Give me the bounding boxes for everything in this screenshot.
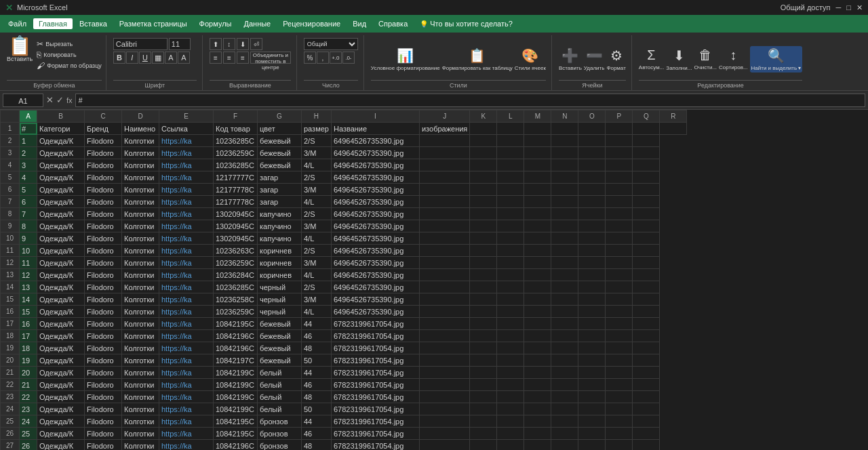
cell-c24[interactable]: Filodoro — [85, 403, 122, 415]
fill-button[interactable]: ⬇ Заполни... — [666, 47, 692, 71]
cell-empty[interactable] — [606, 208, 633, 220]
cell-a6[interactable]: 5 — [20, 184, 37, 196]
cell-g6[interactable]: загар — [258, 184, 302, 196]
cell-empty[interactable] — [470, 367, 497, 379]
cell-f20[interactable]: 10842197С — [214, 354, 258, 367]
cell-h16[interactable]: 4/L — [302, 306, 332, 318]
cell-o1[interactable] — [578, 123, 606, 135]
cancel-formula-icon[interactable]: ✕ — [46, 95, 54, 105]
cell-empty[interactable] — [633, 428, 660, 440]
cell-empty[interactable] — [551, 318, 578, 330]
cell-empty[interactable] — [497, 171, 524, 184]
cell-a24[interactable]: 23 — [20, 403, 37, 415]
cell-empty[interactable] — [524, 293, 551, 306]
cell-c2[interactable]: Filodoro — [85, 135, 122, 147]
col-header-n[interactable]: N — [551, 110, 578, 123]
cell-e2[interactable]: https://ka — [159, 135, 214, 147]
cell-e7[interactable]: https://ka — [159, 196, 214, 208]
cell-empty[interactable] — [633, 245, 660, 257]
align-middle-button[interactable]: ↕ — [223, 38, 235, 50]
cell-n1[interactable] — [551, 123, 578, 135]
cell-d19[interactable]: Колготки — [122, 342, 159, 354]
cell-empty[interactable] — [419, 428, 469, 440]
cell-b16[interactable]: Одежда/К — [37, 306, 85, 318]
cell-i4[interactable]: 64964526735390.jpg — [331, 159, 419, 171]
cell-i7[interactable]: 64964526735390.jpg — [331, 196, 419, 208]
cell-empty[interactable] — [633, 330, 660, 342]
cell-empty[interactable] — [606, 440, 633, 451]
cell-empty[interactable] — [633, 159, 660, 171]
cell-d14[interactable]: Колготки — [122, 281, 159, 293]
cell-f9[interactable]: 13020945С — [214, 220, 258, 232]
copy-button[interactable]: ⎘ Копировать — [37, 50, 102, 60]
cell-i19[interactable]: 67823199617054.jpg — [331, 342, 419, 354]
cell-a21[interactable]: 20 — [20, 367, 37, 379]
cell-c16[interactable]: Filodoro — [85, 306, 122, 318]
cell-empty[interactable] — [606, 232, 633, 245]
cell-f25[interactable]: 10842195С — [214, 415, 258, 428]
cell-empty[interactable] — [419, 281, 469, 293]
cell-empty[interactable] — [524, 440, 551, 451]
cell-e24[interactable]: https://ka — [159, 403, 214, 415]
cell-d9[interactable]: Колготки — [122, 220, 159, 232]
format-cells-button[interactable]: ⚙ Формат — [606, 47, 625, 71]
underline-button[interactable]: U — [139, 52, 151, 64]
cell-empty[interactable] — [578, 281, 606, 293]
cell-empty[interactable] — [524, 232, 551, 245]
col-header-g[interactable]: G — [258, 110, 302, 123]
col-header-d[interactable]: D — [122, 110, 159, 123]
cell-h5[interactable]: 2/S — [302, 171, 332, 184]
cell-p1[interactable] — [606, 123, 633, 135]
cell-empty[interactable] — [524, 379, 551, 391]
cell-b3[interactable]: Одежда/К — [37, 147, 85, 159]
cell-d23[interactable]: Колготки — [122, 391, 159, 403]
cell-empty[interactable] — [578, 318, 606, 330]
cell-e17[interactable]: https://ka — [159, 318, 214, 330]
cell-b21[interactable]: Одежда/К — [37, 367, 85, 379]
cell-empty[interactable] — [551, 159, 578, 171]
cell-empty[interactable] — [633, 281, 660, 293]
cell-f22[interactable]: 10842199С — [214, 379, 258, 391]
cell-empty[interactable] — [578, 415, 606, 428]
cell-i2[interactable]: 64964526735390.jpg — [331, 135, 419, 147]
cell-empty[interactable] — [551, 379, 578, 391]
cell-reference-box[interactable]: A1 — [3, 94, 43, 107]
insert-cells-button[interactable]: ➕ Вставить — [559, 47, 582, 71]
cell-empty[interactable] — [497, 257, 524, 269]
col-header-j[interactable]: J — [419, 110, 469, 123]
cell-f11[interactable]: 10236263С — [214, 245, 258, 257]
cell-empty[interactable] — [470, 184, 497, 196]
cell-empty[interactable] — [606, 281, 633, 293]
cell-empty[interactable] — [419, 306, 469, 318]
percent-button[interactable]: % — [304, 52, 316, 64]
cell-empty[interactable] — [497, 220, 524, 232]
cell-empty[interactable] — [578, 135, 606, 147]
cell-d11[interactable]: Колготки — [122, 245, 159, 257]
cell-empty[interactable] — [497, 281, 524, 293]
cell-c6[interactable]: Filodoro — [85, 184, 122, 196]
cell-empty[interactable] — [524, 330, 551, 342]
cell-b18[interactable]: Одежда/К — [37, 330, 85, 342]
cell-d18[interactable]: Колготки — [122, 330, 159, 342]
close-btn[interactable]: ✕ — [856, 3, 863, 12]
cell-empty[interactable] — [578, 428, 606, 440]
cell-empty[interactable] — [419, 403, 469, 415]
cell-f5[interactable]: 12177777С — [214, 171, 258, 184]
cell-e16[interactable]: https://ka — [159, 306, 214, 318]
menu-file[interactable]: Файл — [3, 18, 32, 29]
cell-f14[interactable]: 10236285С — [214, 281, 258, 293]
cell-empty[interactable] — [578, 403, 606, 415]
format-paint-button[interactable]: 🖌 Формат по образцу — [37, 61, 102, 70]
cell-empty[interactable] — [606, 354, 633, 367]
cell-i22[interactable]: 67823199617054.jpg — [331, 379, 419, 391]
cell-e15[interactable]: https://ka — [159, 293, 214, 306]
cell-empty[interactable] — [524, 403, 551, 415]
cell-empty[interactable] — [524, 367, 551, 379]
cell-empty[interactable] — [633, 293, 660, 306]
cell-d3[interactable]: Колготки — [122, 147, 159, 159]
cell-c12[interactable]: Filodoro — [85, 257, 122, 269]
cell-g3[interactable]: бежевый — [258, 147, 302, 159]
cell-e1[interactable]: Ссылка — [159, 123, 214, 135]
cell-empty[interactable] — [497, 342, 524, 354]
cell-empty[interactable] — [497, 354, 524, 367]
